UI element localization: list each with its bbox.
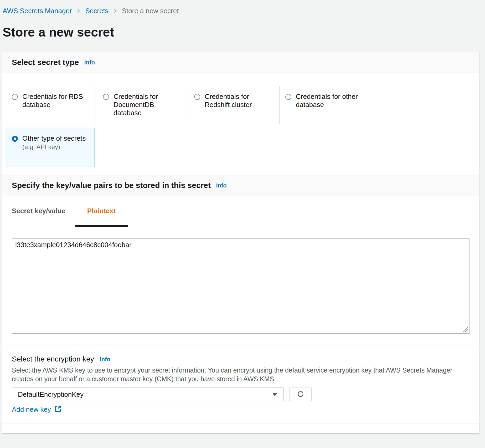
- encryption-key-select[interactable]: DefaultEncryptionKey: [12, 388, 283, 401]
- tile-label: Credentials for RDS database: [22, 93, 89, 109]
- external-link-icon: [51, 405, 61, 414]
- encryption-key-selected-value: DefaultEncryptionKey: [18, 390, 84, 399]
- breadcrumb: AWS Secrets Manager Secrets Store a new …: [0, 0, 485, 15]
- encryption-key-section: Select the encryption key Info Select th…: [2, 344, 479, 424]
- tile-other-type-of-secrets[interactable]: Other type of secrets (e.g. API key): [6, 128, 95, 167]
- tab-secret-key-value[interactable]: Secret key/value: [2, 196, 75, 227]
- plaintext-textarea[interactable]: l33te3xample01234d646c8c004foobar: [12, 238, 469, 334]
- radio-unselected-icon[interactable]: [12, 94, 18, 100]
- key-value-section-header: Specify the key/value pairs to be stored…: [2, 175, 479, 196]
- secret-type-options: Credentials for RDS database Credentials…: [2, 73, 479, 175]
- tile-credentials-other-database[interactable]: Credentials for other database: [279, 86, 368, 124]
- breadcrumb-link-secrets[interactable]: Secrets: [85, 7, 108, 15]
- secret-type-section-header: Select secret type Info: [2, 52, 479, 73]
- page-title: Store a new secret: [3, 25, 485, 40]
- encryption-heading: Select the encryption key: [12, 355, 94, 363]
- encryption-info-link[interactable]: Info: [100, 356, 110, 363]
- wizard-footer: Cancel Next: [0, 434, 485, 448]
- add-new-key-label: Add new key: [12, 405, 51, 414]
- chevron-right-icon: [112, 9, 117, 13]
- key-value-tabs: Secret key/value Plaintext: [2, 196, 479, 227]
- chevron-right-icon: [76, 9, 80, 13]
- secret-type-heading: Select secret type: [12, 58, 79, 67]
- breadcrumb-link-secrets-manager[interactable]: AWS Secrets Manager: [3, 7, 72, 15]
- store-secret-card: Select secret type Info Credentials for …: [2, 52, 479, 434]
- radio-unselected-icon[interactable]: [285, 94, 291, 100]
- plaintext-panel: l33te3xample01234d646c8c004foobar: [2, 227, 479, 344]
- tile-label: Credentials for DocumentDB database: [113, 93, 180, 117]
- tile-credentials-rds[interactable]: Credentials for RDS database: [6, 86, 95, 124]
- encryption-description: Select the AWS KMS key to use to encrypt…: [12, 366, 469, 383]
- secret-type-info-link[interactable]: Info: [84, 59, 95, 66]
- tile-label: Other type of secrets: [22, 134, 86, 142]
- tile-sublabel: (e.g. API key): [22, 143, 86, 151]
- tile-credentials-documentdb[interactable]: Credentials for DocumentDB database: [97, 86, 186, 124]
- key-value-heading: Specify the key/value pairs to be stored…: [12, 181, 211, 190]
- tab-plaintext[interactable]: Plaintext: [75, 196, 128, 227]
- refresh-keys-button[interactable]: [289, 388, 312, 401]
- radio-unselected-icon[interactable]: [103, 94, 109, 100]
- tile-label: Credentials for Redshift cluster: [205, 93, 272, 109]
- add-new-key-link[interactable]: Add new key: [12, 405, 61, 414]
- breadcrumb-current-page: Store a new secret: [122, 7, 179, 15]
- radio-unselected-icon[interactable]: [194, 94, 200, 100]
- radio-selected-icon[interactable]: [12, 136, 18, 142]
- tile-credentials-redshift[interactable]: Credentials for Redshift cluster: [188, 86, 277, 124]
- key-value-info-link[interactable]: Info: [216, 182, 226, 189]
- tile-label: Credentials for other database: [296, 93, 363, 109]
- caret-down-icon: [272, 393, 277, 396]
- refresh-icon: [297, 390, 305, 399]
